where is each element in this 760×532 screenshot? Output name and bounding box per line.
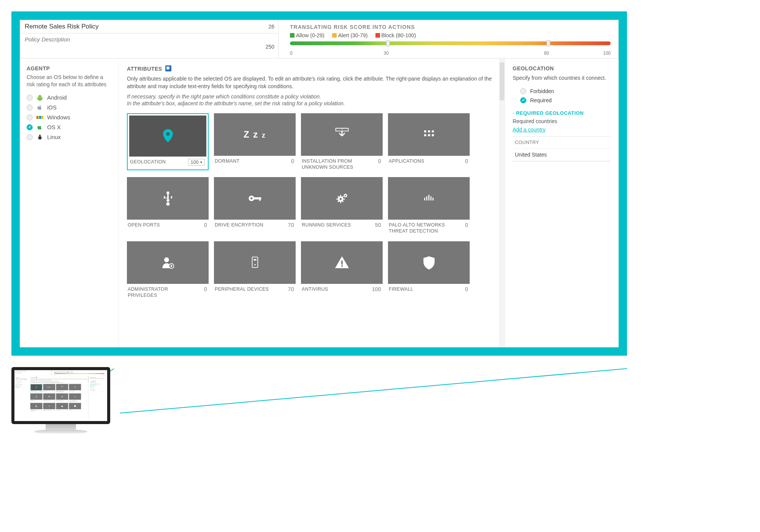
option-required[interactable]: Required [520, 97, 611, 103]
attribute-tile[interactable]: APPLICATIONS0 [388, 113, 470, 171]
attribute-tile[interactable]: RUNNING SERVICES50 [301, 177, 383, 234]
os-label: iOS [19, 383, 20, 384]
required-geolocation-header[interactable]: REQUIRED GEOLOCATION [90, 383, 104, 384]
os-badge-icon [36, 377, 37, 378]
attributes-hint-1: If necessary, specify in the right pane … [127, 93, 496, 100]
tile-value: 70 [54, 410, 55, 410]
attribute-tile[interactable]: ADMINISTRATOR PRIVILEGES0 [127, 241, 209, 299]
attribute-tile[interactable]: INSTALLATION FROM UNKNOWN SOURCES0 [301, 113, 383, 171]
attribute-tile[interactable]: PERIPHERAL DEVICES70 [214, 241, 296, 299]
windows-icon [36, 114, 43, 121]
attribute-tile[interactable]: PALO ALTO NETWORKS THREAT DETECTION0 [388, 177, 470, 234]
attribute-tile[interactable]: APPLICATIONS0 [69, 384, 81, 392]
wave-icon [74, 395, 76, 398]
option-forbidden[interactable]: Forbidden [91, 380, 104, 381]
tile-label: GEOLOCATION [31, 391, 36, 391]
risk-slider[interactable] [290, 41, 611, 49]
scrollbar[interactable] [499, 59, 505, 347]
attribute-tile[interactable]: Z z zDORMANT0 [43, 384, 55, 392]
risk-slider[interactable] [54, 373, 104, 374]
option-forbidden[interactable]: Forbidden [520, 88, 611, 94]
windows-icon [17, 384, 18, 385]
attribute-tile[interactable]: GEOLOCATION100 [30, 384, 43, 392]
os-item-windows[interactable]: Windows [27, 112, 111, 122]
attribute-tile[interactable]: ANTIVIRUS100 [301, 241, 383, 299]
os-badge-icon [165, 65, 171, 71]
admin-icon [160, 254, 176, 271]
policy-description-input[interactable] [24, 36, 274, 43]
tile-label: DORMANT [215, 158, 239, 164]
risk-legend: Allow (0-29) Alert (30-79) Block (80-100… [54, 372, 104, 373]
osx-icon [36, 124, 43, 131]
attribute-tile[interactable]: ANTIVIRUS100 [56, 403, 68, 411]
attribute-tile[interactable]: GEOLOCATION100 [127, 113, 209, 171]
attribute-tile[interactable]: ADMINISTRATOR PRIVILEGES0 [30, 403, 43, 411]
attribute-tile[interactable]: FIREWALL0 [69, 403, 81, 411]
policy-description-input[interactable] [15, 372, 52, 374]
attribute-tile[interactable]: INSTALLATION FROM UNKNOWN SOURCES0 [56, 384, 68, 392]
slider-handle-high[interactable] [94, 373, 95, 374]
radio-icon-selected [16, 386, 16, 386]
os-item-osx[interactable]: OS X [27, 122, 111, 132]
os-item-linux[interactable]: Linux [16, 387, 28, 388]
add-country-link[interactable]: Add a country [513, 127, 545, 133]
attribute-tile[interactable]: DRIVE ENCRYPTION70 [43, 393, 55, 402]
attribute-tile[interactable]: PALO ALTO NETWORKS THREAT DETECTION0 [69, 393, 81, 402]
slider-handle-low[interactable] [70, 373, 70, 374]
option-label: Required [92, 382, 95, 382]
shield-icon [421, 254, 437, 271]
os-label: iOS [47, 104, 57, 111]
detail-panel: GEOLOCATION Specify from which countries… [505, 59, 619, 347]
risk-rating-dropdown[interactable]: 100 [40, 391, 42, 392]
tile-label: DRIVE ENCRYPTION [215, 222, 263, 228]
warn-icon [334, 254, 350, 271]
scrollbar-thumb[interactable] [500, 62, 504, 100]
tick-80: 80 [544, 51, 549, 56]
required-geolocation-header[interactable]: REQUIRED GEOLOCATION [513, 110, 611, 116]
attribute-tile[interactable]: RUNNING SERVICES50 [56, 393, 68, 402]
os-item-android[interactable]: Android [27, 93, 111, 103]
policy-name-input[interactable] [15, 370, 51, 372]
tile-label: ADMINISTRATOR PRIVILEGES [30, 410, 39, 412]
attributes-title: ATTRIBUTES [127, 66, 162, 72]
attribute-tile[interactable]: FIREWALL0 [388, 241, 470, 299]
scrollbar[interactable] [88, 376, 89, 418]
attribute-tile[interactable]: OPEN PORTS0 [127, 177, 209, 234]
option-label: Forbidden [92, 380, 96, 381]
usb-icon [160, 190, 176, 207]
slider-handle-high[interactable] [546, 40, 550, 46]
option-required[interactable]: Required [91, 382, 104, 382]
country-row[interactable]: United States [513, 149, 611, 161]
tile-value: 0 [55, 391, 55, 391]
tile-label: OPEN PORTS [128, 222, 160, 228]
attributes-panel: ATTRIBUTES Only attributes applicable to… [119, 59, 505, 347]
os-label: Linux [19, 387, 21, 388]
scrollbar-thumb[interactable] [88, 377, 89, 382]
risk-rating-dropdown[interactable]: 100 [188, 159, 205, 166]
apple-icon [36, 104, 43, 111]
tile-value: 0 [378, 158, 381, 164]
attribute-tile[interactable]: Z z zDORMANT0 [214, 113, 296, 171]
tile-value: 70 [288, 222, 294, 228]
os-item-ios[interactable]: iOS [27, 103, 111, 112]
add-country-link[interactable]: Add a country [90, 386, 95, 387]
policy-name-charcount: 26 [268, 24, 274, 30]
policy-name-input[interactable] [24, 22, 268, 31]
gears-icon [334, 190, 350, 207]
tile-label: ANTIVIRUS [302, 286, 328, 292]
sidebar-subtitle: Choose an OS below to define a risk rati… [27, 74, 111, 88]
slider-handle-low[interactable] [386, 40, 390, 46]
country-row[interactable]: United States [90, 389, 104, 391]
country-col-header: COUNTRY [513, 137, 611, 149]
tile-value: 70 [288, 286, 294, 292]
os-item-linux[interactable]: Linux [27, 132, 111, 142]
gears-icon [61, 395, 63, 398]
attribute-tile[interactable]: DRIVE ENCRYPTION70 [214, 177, 296, 234]
attribute-tile[interactable]: OPEN PORTS0 [30, 393, 43, 402]
tile-label: APPLICATIONS [69, 391, 74, 391]
tile-value: 0 [465, 158, 468, 164]
radio-icon-selected [520, 97, 526, 103]
attribute-tile[interactable]: PERIPHERAL DEVICES70 [43, 403, 55, 411]
sidebar-title: AGENTP [27, 65, 111, 71]
tick-30: 30 [69, 375, 70, 375]
